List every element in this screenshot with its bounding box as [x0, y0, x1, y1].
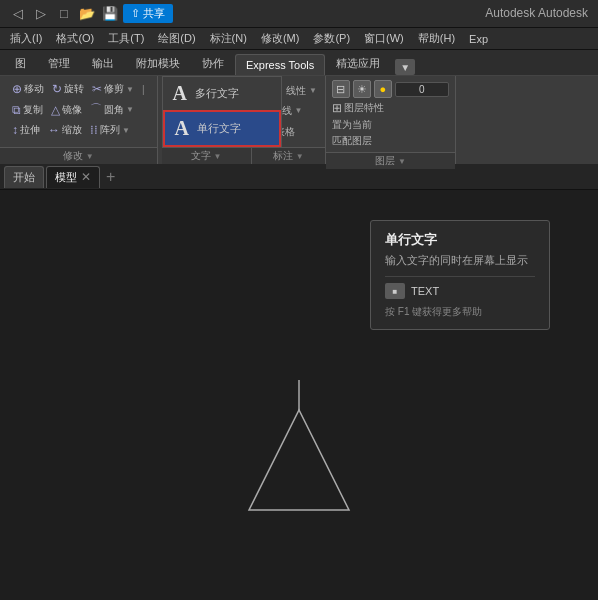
- annotation-label-arrow: ▼: [296, 152, 304, 161]
- trim-label: 修剪: [104, 82, 124, 96]
- move-label: 移动: [24, 82, 44, 96]
- tab-output[interactable]: 输出: [81, 51, 125, 75]
- singleline-text-option[interactable]: A 单行文字: [163, 110, 281, 147]
- copy-icon: ⧉: [12, 103, 21, 117]
- scale-button[interactable]: ↔缩放: [45, 122, 85, 138]
- back-button[interactable]: ◁: [8, 4, 28, 24]
- trim-extra-button[interactable]: |: [139, 83, 148, 96]
- drawing-area[interactable]: 单行文字 输入文字的同时在屏幕上显示 ■ TEXT 按 F1 键获得更多帮助: [0, 190, 598, 600]
- multiline-text-label: 多行文字: [195, 86, 239, 101]
- tab-add-button[interactable]: +: [102, 168, 119, 186]
- ribbon-menu-btn[interactable]: ▼: [395, 59, 415, 75]
- menu-insert[interactable]: 插入(I): [4, 29, 48, 48]
- mirror-button[interactable]: △镜像: [48, 102, 85, 118]
- text-group-label[interactable]: 文字 ▼: [162, 147, 251, 164]
- modify-group-content: ⊕移动 ↻旋转 ✂修剪▼ | ⧉复制 △镜像 ⌒圆角▼ ↕拉伸 ↔缩放 ⁞⁞阵列…: [0, 76, 157, 147]
- set-current-btn[interactable]: 置为当前: [332, 118, 449, 132]
- menu-dimension[interactable]: 标注(N): [204, 29, 253, 48]
- set-current-label: 置为当前: [332, 118, 372, 132]
- mirror-icon: △: [51, 103, 60, 117]
- tab-strip: 开始 模型 ✕ +: [0, 164, 598, 190]
- singleline-text-label: 单行文字: [197, 121, 241, 136]
- scale-icon: ↔: [48, 123, 60, 137]
- menu-help[interactable]: 帮助(H): [412, 29, 461, 48]
- menu-tools[interactable]: 工具(T): [102, 29, 150, 48]
- array-icon: ⁞⁞: [90, 123, 98, 137]
- tooltip-divider: [385, 276, 535, 277]
- multiline-a-icon: A: [173, 82, 187, 105]
- menu-params[interactable]: 参数(P): [307, 29, 356, 48]
- triangle-shape: [249, 410, 349, 510]
- text-label-text: 文字: [191, 149, 211, 163]
- menu-draw[interactable]: 绘图(D): [152, 29, 201, 48]
- forward-button[interactable]: ▷: [31, 4, 51, 24]
- layer-props-icon: ⊞: [332, 101, 342, 115]
- tooltip-title: 单行文字: [385, 231, 535, 249]
- mirror-label: 镜像: [62, 103, 82, 117]
- modify-group-label[interactable]: 修改 ▼: [0, 147, 157, 164]
- copy-label: 复制: [23, 103, 43, 117]
- stretch-icon: ↕: [12, 123, 18, 137]
- array-arrow: ▼: [122, 126, 130, 135]
- triangle-drawing: [199, 380, 399, 540]
- tooltip-hint: 按 F1 键获得更多帮助: [385, 305, 535, 319]
- fillet-arrow: ▼: [126, 105, 134, 114]
- leader-arrow: ▼: [295, 106, 303, 115]
- trim-icon: ✂: [92, 82, 102, 96]
- tab-model-close[interactable]: ✕: [81, 170, 91, 184]
- tooltip-panel: 单行文字 输入文字的同时在屏幕上显示 ■ TEXT 按 F1 键获得更多帮助: [370, 220, 550, 330]
- layer-select[interactable]: 0: [395, 82, 449, 97]
- array-label: 阵列: [100, 123, 120, 137]
- open-button[interactable]: 📂: [77, 4, 97, 24]
- rotate-label: 旋转: [64, 82, 84, 96]
- new-button[interactable]: □: [54, 4, 74, 24]
- ribbon-extra: ▼: [395, 59, 415, 75]
- array-button[interactable]: ⁞⁞阵列▼: [87, 122, 133, 138]
- menu-window[interactable]: 窗口(W): [358, 29, 410, 48]
- move-button[interactable]: ⊕移动: [9, 81, 47, 97]
- linear-dim-label: 线性: [286, 84, 306, 98]
- layers-label-arrow: ▼: [398, 157, 406, 166]
- stretch-button[interactable]: ↕拉伸: [9, 122, 43, 138]
- menu-exp[interactable]: Exp: [463, 31, 494, 47]
- app-title: Autodesk Autodesk: [485, 6, 588, 20]
- layer-icons-row: ⊟ ☀ ● 0: [332, 80, 449, 98]
- modify-row-2: ⧉复制 △镜像 ⌒圆角▼: [5, 99, 152, 120]
- linear-dim-arrow: ▼: [309, 86, 317, 95]
- tab-apps[interactable]: 精选应用: [325, 51, 391, 75]
- menu-modify[interactable]: 修改(M): [255, 29, 306, 48]
- tab-start[interactable]: 开始: [4, 166, 44, 188]
- save-button[interactable]: 💾: [100, 4, 120, 24]
- multiline-text-option[interactable]: A 多行文字: [163, 77, 281, 110]
- layer-props-btn[interactable]: ⊟: [332, 80, 350, 98]
- modify-row-3: ↕拉伸 ↔缩放 ⁞⁞阵列▼: [5, 121, 152, 139]
- tab-express-tools[interactable]: Express Tools: [235, 54, 325, 75]
- match-layer-btn[interactable]: 匹配图层: [332, 134, 449, 148]
- tab-manage[interactable]: 管理: [37, 51, 81, 75]
- title-bar: ◁ ▷ □ 📂 💾 ⇧ 共享 Autodesk Autodesk: [0, 0, 598, 28]
- fillet-button[interactable]: ⌒圆角▼: [87, 100, 137, 119]
- scale-label: 缩放: [62, 123, 82, 137]
- layer-properties-btn[interactable]: ⊞ 图层特性: [332, 101, 449, 115]
- share-icon: ⇧: [131, 7, 140, 20]
- trim-button[interactable]: ✂修剪▼: [89, 81, 137, 97]
- copy-button[interactable]: ⧉复制: [9, 102, 46, 118]
- rotate-icon: ↻: [52, 82, 62, 96]
- match-layer-label: 匹配图层: [332, 134, 372, 148]
- title-bar-left: ◁ ▷ □ 📂 💾 ⇧ 共享: [8, 4, 173, 24]
- tab-collaborate[interactable]: 协作: [191, 51, 235, 75]
- annotation-group-label[interactable]: 标注 ▼: [252, 147, 325, 164]
- layer-freeze-btn[interactable]: ☀: [353, 80, 371, 98]
- tab-drawing[interactable]: 图: [4, 51, 37, 75]
- trim-arrow: ▼: [126, 85, 134, 94]
- share-button[interactable]: ⇧ 共享: [123, 4, 173, 23]
- layer-properties-label: 图层特性: [344, 101, 384, 115]
- cmd-icon: ■: [385, 283, 405, 299]
- tab-addons[interactable]: 附加模块: [125, 51, 191, 75]
- text-label-arrow: ▼: [214, 152, 222, 161]
- rotate-button[interactable]: ↻旋转: [49, 81, 87, 97]
- tab-model[interactable]: 模型 ✕: [46, 166, 100, 188]
- layer-color-btn[interactable]: ●: [374, 80, 392, 98]
- layers-group-label[interactable]: 图层 ▼: [326, 152, 455, 169]
- menu-format[interactable]: 格式(O): [50, 29, 100, 48]
